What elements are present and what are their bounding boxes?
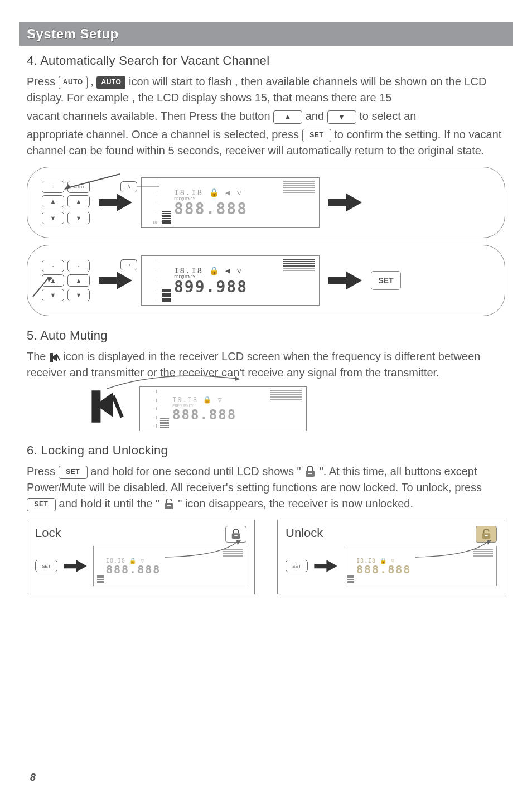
pointer-arrow (32, 275, 53, 298)
section6-para: Press SET and hold for one second until … (27, 463, 505, 512)
pointer-arrow (64, 173, 125, 191)
connector-line (137, 186, 159, 187)
text: vacant channels available. Then Press th… (27, 110, 273, 122)
auto-icon: AUTO (96, 76, 125, 89)
lcd-bars (97, 549, 104, 583)
remote-btn: · (42, 260, 64, 272)
up-button: ▲ (273, 110, 302, 124)
auto-tag: A (120, 181, 137, 192)
text: Press (27, 465, 59, 477)
svg-rect-9 (167, 505, 171, 506)
lcd-bars (347, 549, 354, 583)
svg-marker-0 (64, 184, 71, 190)
arrow-icon (98, 269, 133, 292)
remote-btn: ▲ (67, 274, 90, 287)
remote-control: ·· ▲▲ ▼▼ (42, 260, 90, 301)
lcd-indicators (283, 259, 315, 302)
lcd-scale: ····· (146, 259, 158, 302)
section4-title: 4. Automatically Search for Vacant Chann… (27, 54, 505, 68)
auto-button: AUTO (59, 76, 88, 89)
section5-para: The icon is displayed in the receiver LC… (27, 349, 505, 381)
page-number: 8 (30, 772, 36, 784)
set-button: SET (59, 466, 88, 479)
mute-icon (49, 352, 60, 363)
set-button: SET (27, 498, 56, 511)
section6-title: 6. Locking and Unlocking (27, 443, 505, 458)
diagram-auto-search-2: ·· ▲▲ ▼▼ → ····· I8.I8 🔒 ◀ ▽ FREQUENCY 8… (27, 245, 505, 316)
arrow-icon (327, 269, 363, 292)
section4-para1: Press AUTO , AUTO icon will start to fla… (27, 74, 505, 106)
svg-marker-12 (236, 540, 241, 545)
arrow-icon (98, 191, 133, 214)
svg-rect-14 (485, 535, 487, 536)
unlock-title: Unlock (286, 526, 497, 540)
text: icon is displayed in the receiver LCD sc… (27, 350, 480, 379)
section4-para3: appropriate channel. Once a channel is s… (27, 127, 505, 159)
svg-rect-11 (234, 535, 237, 536)
remote-btn: ▲ (67, 195, 90, 207)
text: " icon disappears, the receiver is now u… (178, 497, 413, 510)
text: and (306, 110, 327, 122)
svg-rect-7 (308, 473, 312, 474)
auto-tag: → (120, 259, 137, 270)
diagram-mute: ····· I8.I8 🔒 ▽ FREQUENCY 888.888 (88, 386, 505, 431)
arrow-icon (63, 558, 88, 574)
lcd-indicators (270, 390, 302, 428)
remote-up-btn: ▲ (42, 195, 64, 207)
lock-title: Lock (35, 526, 246, 540)
arrow-icon (327, 191, 363, 214)
set-button: SET (302, 129, 331, 142)
remote-btn: ▼ (67, 212, 90, 224)
lcd-bars (162, 181, 171, 224)
remote-control: ·AUTO ▲▲ ▼▼ (42, 181, 90, 224)
unlock-icon (481, 529, 492, 540)
connector-curve (106, 370, 240, 390)
lock-icon (304, 466, 316, 477)
lcd-scale: ····· (144, 390, 157, 428)
lcd-display: ····· I8.I8 🔒 ▽ FREQUENCY 888.888 (139, 386, 307, 431)
svg-marker-2 (47, 277, 53, 282)
svg-marker-5 (235, 376, 240, 381)
remote-btn: ▼ (67, 289, 90, 301)
lcd-bars (160, 390, 169, 428)
connector-curve (415, 540, 494, 558)
remote-down-btn: ▼ (42, 212, 64, 224)
connector-curve (165, 540, 243, 558)
lock-diagram-box: Lock SET I8.I8 🔒 ▽ 888.888 (27, 520, 255, 594)
lcd-bars (162, 259, 171, 302)
lcd-main: I8.I8 🔒 ▽ FREQUENCY 888.888 (172, 390, 267, 428)
arrow-icon (313, 558, 338, 574)
diagram-auto-search-1: ·AUTO ▲▲ ▼▼ A ····IR I8.I8 🔒 ◀ ▽ FREQUEN… (27, 167, 505, 238)
down-button: ▼ (327, 110, 356, 124)
set-button-box: SET (371, 271, 401, 290)
set-button: SET (286, 560, 308, 572)
svg-marker-15 (487, 540, 491, 545)
remote-btn: · (42, 181, 64, 193)
text: to select an (359, 110, 416, 122)
svg-line-4 (113, 396, 122, 417)
text: , (90, 75, 96, 88)
lcd-indicators (283, 181, 315, 224)
lcd-display: A ····IR I8.I8 🔒 ◀ ▽ FREQUENCY 888.888 (141, 177, 320, 228)
section-header: System Setup (19, 22, 513, 46)
text: appropriate channel. Once a channel is s… (27, 128, 302, 141)
lock-icon (230, 529, 241, 540)
text: The (27, 350, 49, 362)
lcd-display: → ····· I8.I8 🔒 ◀ ▽ FREQUENCY 899.988 (141, 255, 320, 306)
section5-title: 5. Auto Muting (27, 328, 505, 343)
svg-line-3 (57, 355, 60, 360)
section4-para2: vacant channels available. Then Press th… (27, 108, 505, 124)
lcd-main: I8.I8 🔒 ◀ ▽ FREQUENCY 899.988 (174, 259, 280, 302)
set-button: SET (35, 560, 57, 572)
unlock-icon (163, 499, 175, 510)
unlock-diagram-box: Unlock SET I8.I8 🔓 ▽ 888.888 (277, 520, 505, 594)
remote-btn: · (67, 260, 90, 272)
text: Press (27, 75, 59, 88)
lcd-main: I8.I8 🔒 ◀ ▽ FREQUENCY 888.888 (174, 181, 280, 224)
text: and hold for one second until LCD shows … (90, 465, 304, 477)
mute-icon (88, 386, 124, 427)
text: and hold it until the " (59, 497, 160, 510)
